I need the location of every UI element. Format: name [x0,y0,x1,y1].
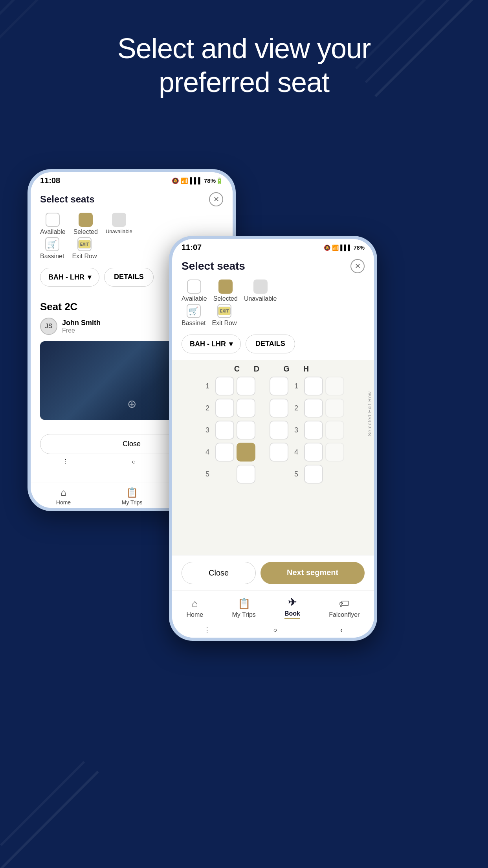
back-legend-exit-row: EXIT Exit Row [72,237,97,260]
front-next-segment-button[interactable]: Next segment [261,562,365,584]
seat-4g[interactable] [270,443,288,462]
front-nav-book[interactable]: ✈ Book [284,596,300,619]
seat-1h[interactable] [304,377,323,395]
back-details-label: DETAILS [114,273,144,281]
row-3-num: 3 [202,426,213,434]
passenger-info: John Smith Free [62,319,101,334]
selected-label: Selected [73,228,98,235]
front-falcon-icon: 🏷 [339,598,349,610]
row-4-num: 4 [202,448,213,456]
col-c-header: C [228,364,246,373]
seat-row-5: 5 5 [175,465,371,484]
front-chevron-down-icon: ▾ [229,340,233,348]
seat-2j[interactable] [325,399,344,417]
back-trips-icon: 📋 [126,487,138,498]
seat-row-3: 3 3 [175,421,371,440]
back-nav-home[interactable]: ⌂ Home [56,487,71,506]
back-details-button[interactable]: DETAILS [104,268,154,287]
front-bottom-actions: Close Next segment [172,555,374,590]
row-2-num: 2 [202,404,213,412]
front-nav-falcon-label: Falconflyer [329,611,360,618]
back-nav-home-label: Home [56,499,71,506]
front-gesture-circle: ○ [273,627,277,634]
back-gesture-circle: ○ [132,458,136,465]
front-nav-home-label: Home [187,611,204,618]
front-status-bar: 11:07 🔕 📶 ▌▌▌ 78% [172,239,374,254]
exit-row-badge: EXIT [78,240,91,248]
front-nav-trips[interactable]: 📋 My Trips [232,598,255,618]
seat-2c[interactable] [215,399,234,417]
front-nav-book-label: Book [284,610,300,619]
front-exit-row-icon-container: EXIT [217,304,231,318]
stripe-12 [0,761,85,846]
row-1-num: 1 [202,382,213,390]
seat-1d[interactable] [237,377,255,395]
seat-4c[interactable] [215,443,234,462]
globe-icon: ⊕ [127,397,136,410]
front-route-bar: BAH - LHR ▾ DETAILS [172,331,374,360]
front-details-label: DETAILS [255,340,285,348]
passenger-name: John Smith [62,319,101,327]
stripe-11 [0,771,99,868]
seat-1j[interactable] [325,377,344,395]
front-legend-row2: 🛒 Bassinet EXIT Exit Row [172,304,374,331]
seat-3c[interactable] [215,421,234,440]
front-battery-icon: 78% [354,245,365,251]
passenger-initials: JS [45,323,53,330]
seat-3j[interactable] [325,421,344,440]
back-status-icons: 🔕 📶 ▌▌▌ 78%🔋 [172,177,223,184]
seat-2g[interactable] [270,399,288,417]
front-details-button[interactable]: DETAILS [246,335,295,353]
front-close-icon[interactable]: ✕ [350,259,365,273]
back-select-header: Select seats ✕ [31,188,233,210]
row-1-num-right: 1 [291,382,302,390]
seat-4h[interactable] [304,443,323,462]
seat-2h[interactable] [304,399,323,417]
front-trips-icon: 📋 [238,598,250,610]
exit-row-text: Selected Exit Row [367,391,372,436]
unavailable-label: Unavailable [106,228,132,234]
back-notification-icon: 🔕 [172,177,179,184]
front-signal-icon: ▌▌▌ [340,245,352,251]
front-next-segment-label: Next segment [287,568,338,577]
front-nav-trips-label: My Trips [232,611,255,618]
front-close-button[interactable]: Close [182,562,256,584]
exit-row-icon-container: EXIT [77,237,92,251]
front-close-label: Close [209,568,229,577]
back-route-button[interactable]: BAH - LHR ▾ [40,268,99,287]
seat-1g[interactable] [270,377,288,395]
front-legend-available: Available [182,280,207,302]
front-nav-home[interactable]: ⌂ Home [187,598,204,618]
front-legend-bassinet: 🛒 Bassinet [182,304,205,327]
front-book-icon: ✈ [288,596,297,609]
seat-5d[interactable] [237,465,255,484]
selected-seat-icon [79,213,93,227]
seat-3h[interactable] [304,421,323,440]
front-nav-falconflyer[interactable]: 🏷 Falconflyer [329,598,360,618]
back-battery-icon: 78%🔋 [204,177,223,184]
front-notification-icon: 🔕 [324,245,330,251]
front-legend-exit-row: EXIT Exit Row [212,304,237,327]
front-available-seat-icon [187,280,201,294]
back-legend-bassinet: 🛒 Bassinet [40,237,64,260]
seat-2d[interactable] [237,399,255,417]
back-nav-trips[interactable]: 📋 My Trips [122,487,143,506]
back-screen-title: Select seats [40,194,95,205]
back-legend-unavailable: Unavailable [106,213,132,235]
col-d-header: D [248,364,265,373]
seat-3d[interactable] [237,421,255,440]
back-chevron-down-icon: ▾ [88,273,91,281]
seat-row-1: 1 1 [175,377,371,395]
bassinet-label: Bassinet [40,253,64,260]
seat-3g[interactable] [270,421,288,440]
seat-1c[interactable] [215,377,234,395]
passenger-price: Free [62,327,101,334]
seat-4j[interactable] [325,443,344,462]
seat-4d[interactable] [237,443,255,462]
back-close-icon[interactable]: ✕ [209,192,223,206]
front-legend-selected: Selected [213,280,238,302]
front-available-label: Available [182,295,207,302]
front-wifi-icon: 📶 [332,245,339,251]
seat-5h[interactable] [304,465,323,484]
front-route-button[interactable]: BAH - LHR ▾ [182,335,241,353]
